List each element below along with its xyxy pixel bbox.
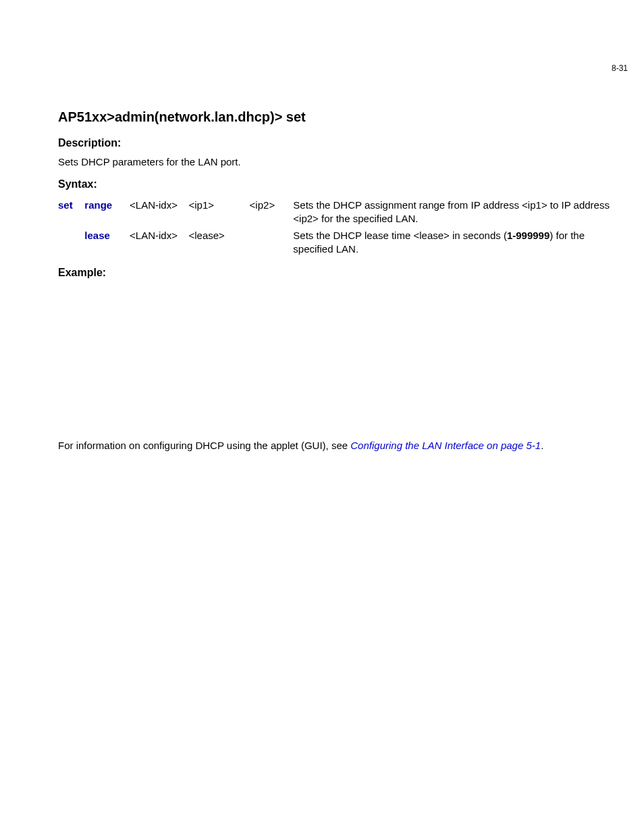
cross-reference-link[interactable]: Configuring the LAN Interface on page 5-…: [350, 440, 541, 451]
footer-paragraph: For information on configuring DHCP usin…: [58, 440, 624, 451]
syntax-sub: lease: [84, 228, 130, 258]
syntax-arg: <ip2>: [250, 197, 294, 228]
syntax-desc: Sets the DHCP lease time <lease> in seco…: [293, 228, 624, 258]
syntax-sub: range: [84, 197, 130, 228]
syntax-arg: <lease>: [188, 228, 249, 258]
syntax-table: set range <LAN-idx> <ip1> <ip2> Sets the…: [58, 197, 624, 257]
description-text: Sets DHCP parameters for the LAN port.: [58, 156, 624, 167]
syntax-cmd: set: [58, 197, 84, 228]
syntax-arg: <ip1>: [188, 197, 249, 228]
syntax-arg: <LAN-idx>: [130, 228, 188, 258]
syntax-desc-text: Sets the DHCP lease time <lease> in seco…: [293, 230, 507, 241]
footer-text-after: .: [541, 440, 543, 451]
page-number: 8-31: [612, 63, 628, 73]
page-title: AP51xx>admin(network.lan.dhcp)> set: [58, 109, 624, 125]
syntax-row: set range <LAN-idx> <ip1> <ip2> Sets the…: [58, 197, 624, 228]
syntax-arg: <LAN-idx>: [130, 197, 188, 228]
syntax-row: lease <LAN-idx> <lease> Sets the DHCP le…: [58, 228, 624, 258]
heading-description: Description:: [58, 137, 624, 149]
heading-example: Example:: [58, 267, 624, 279]
syntax-desc: Sets the DHCP assignment range from IP a…: [293, 197, 624, 228]
syntax-cmd-empty: [58, 228, 84, 258]
syntax-desc-text: Sets the DHCP assignment range from IP a…: [293, 199, 610, 224]
syntax-arg: [250, 228, 294, 258]
syntax-desc-bold: 1-999999: [507, 230, 549, 241]
heading-syntax: Syntax:: [58, 178, 624, 190]
footer-text-before: For information on configuring DHCP usin…: [58, 440, 350, 451]
